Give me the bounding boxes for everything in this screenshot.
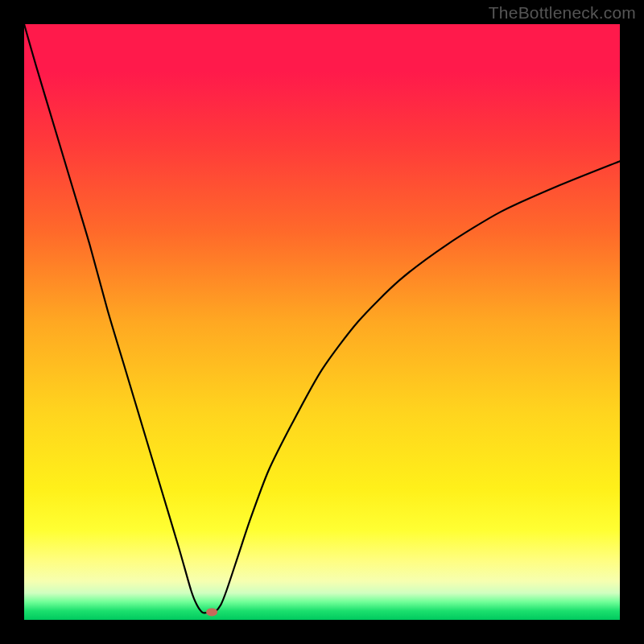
watermark-text: TheBottleneck.com bbox=[489, 3, 636, 23]
optimal-point-marker bbox=[206, 608, 217, 616]
bottleneck-curve bbox=[24, 24, 620, 613]
chart-frame: TheBottleneck.com bbox=[0, 0, 644, 644]
curve-svg bbox=[24, 24, 620, 620]
plot-area bbox=[24, 24, 620, 620]
